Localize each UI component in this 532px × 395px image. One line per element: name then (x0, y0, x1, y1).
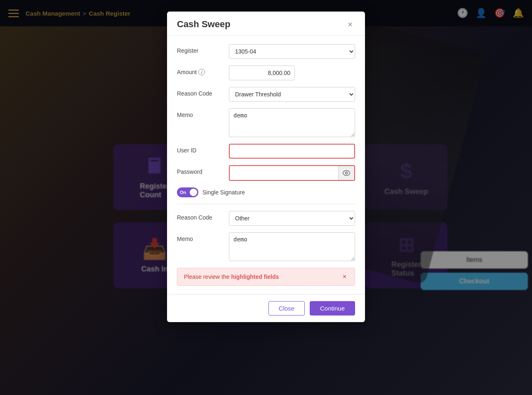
alert-text: Please review the highlighted fields (184, 273, 279, 280)
reason-code-row: Reason Code Drawer Threshold Other Safe … (177, 87, 355, 102)
password-wrapper (229, 165, 355, 181)
modal-footer: Close Continue (167, 294, 365, 322)
reason-code2-select[interactable]: Other Drawer Threshold Safe Drop End of … (229, 211, 355, 226)
password-label: Password (177, 165, 222, 175)
amount-label: Amount i (177, 65, 222, 75)
modal-title: Cash Sweep (177, 19, 231, 30)
single-signature-row: On Single Signature (177, 187, 355, 197)
register-row: Register 1305-04 1305-05 1305-06 (177, 44, 355, 59)
continue-button[interactable]: Continue (310, 301, 355, 316)
modal-header: Cash Sweep × (167, 12, 365, 36)
single-signature-toggle[interactable]: On (177, 187, 198, 197)
memo-label: Memo (177, 108, 222, 118)
user-id-label: User ID (177, 144, 222, 154)
single-signature-label: Single Signature (202, 189, 245, 196)
alert-highlight: highlighted fields (231, 273, 279, 280)
user-id-input[interactable] (229, 144, 355, 159)
memo-row: Memo demo (177, 108, 355, 137)
password-input[interactable] (230, 166, 338, 180)
svg-point-0 (346, 172, 348, 174)
user-id-row: User ID (177, 144, 355, 159)
memo2-row: Memo demo (177, 232, 355, 261)
section-divider (177, 204, 355, 204)
amount-row: Amount i (177, 65, 355, 80)
amount-input[interactable] (229, 65, 295, 80)
toggle-knob (190, 189, 197, 196)
reason-code2-label: Reason Code (177, 211, 222, 221)
reason-code-label: Reason Code (177, 87, 222, 97)
reason-code-select[interactable]: Drawer Threshold Other Safe Drop End of … (229, 87, 355, 102)
cash-sweep-modal: Cash Sweep × Register 1305-04 1305-05 13… (167, 12, 365, 322)
register-select[interactable]: 1305-04 1305-05 1305-06 (229, 44, 355, 59)
reason-code2-row: Reason Code Other Drawer Threshold Safe … (177, 211, 355, 226)
password-row: Password (177, 165, 355, 181)
close-button[interactable]: Close (268, 301, 305, 316)
memo-textarea[interactable]: demo (229, 108, 355, 137)
register-label: Register (177, 44, 222, 54)
modal-close-x-button[interactable]: × (345, 19, 355, 29)
amount-info-icon[interactable]: i (198, 69, 205, 75)
password-eye-button[interactable] (338, 166, 354, 180)
toggle-on-label: On (180, 190, 186, 195)
validation-alert: Please review the highlighted fields × (177, 268, 355, 286)
memo2-textarea[interactable]: demo (229, 232, 355, 261)
memo2-label: Memo (177, 232, 222, 242)
alert-close-button[interactable]: × (341, 273, 348, 280)
modal-body: Register 1305-04 1305-05 1305-06 Amount … (167, 36, 365, 294)
